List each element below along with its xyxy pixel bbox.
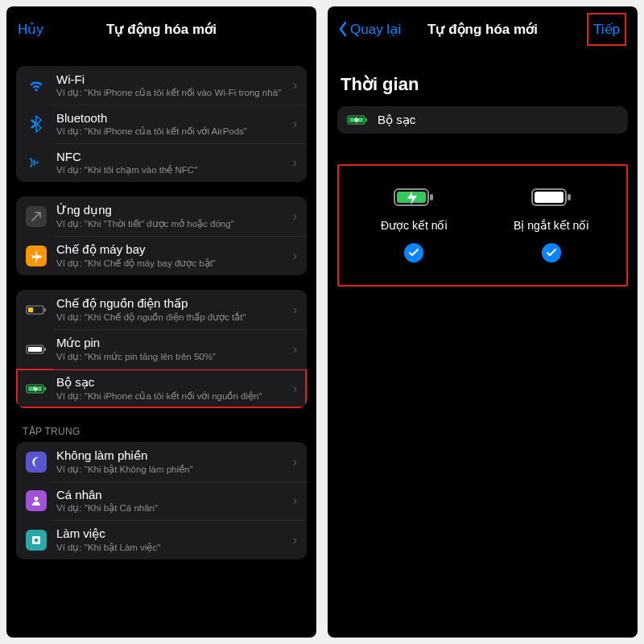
row-text: NFC Ví dụ: "Khi tôi chạm vào thẻ NFC" xyxy=(56,150,283,175)
svg-rect-1 xyxy=(44,308,46,312)
back-button[interactable]: Quay lại xyxy=(339,21,401,38)
row-text: Chế độ máy bay Ví dụ: "Khi Chế độ máy ba… xyxy=(56,242,283,269)
row-sub: Ví dụ: "Khi Chế độ máy bay được bật" xyxy=(56,258,283,269)
row-title: Chế độ máy bay xyxy=(56,242,283,257)
app-icon xyxy=(26,206,47,227)
chevron-left-icon xyxy=(339,22,347,36)
lowpower-icon xyxy=(26,304,47,316)
charger-icon xyxy=(347,114,368,126)
svg-rect-20 xyxy=(535,192,564,203)
row-sub: Ví dụ: "Khi bật Không làm phiền" xyxy=(56,464,283,475)
trigger-row: Bộ sạc xyxy=(337,106,628,134)
phone-left: Hủy Tự động hóa mới Wi-Fi Ví dụ: "Khi iP… xyxy=(6,6,316,638)
row-text: Bộ sạc xyxy=(378,113,618,127)
row-wifi[interactable]: Wi-Fi Ví dụ: "Khi iPhone của tôi kết nối… xyxy=(16,66,307,105)
option-panel: Được kết nối Bị ngắt kết nối xyxy=(337,164,628,287)
row-title: Chế độ nguồn điện thấp xyxy=(56,296,283,311)
row-title: NFC xyxy=(56,150,283,163)
check-icon xyxy=(542,243,561,262)
chevron-right-icon: › xyxy=(293,117,297,131)
work-icon xyxy=(26,530,47,551)
row-sub: Ví dụ: "Khi bật Cá nhân" xyxy=(56,502,283,514)
row-airplane[interactable]: Chế độ máy bay Ví dụ: "Khi Chế độ máy ba… xyxy=(16,236,307,275)
nav-bar: Hủy Tự động hóa mới xyxy=(6,6,316,52)
row-sub: Ví dụ: "Khi "Thời tiết" được mở hoặc đón… xyxy=(56,218,283,229)
charger-icon xyxy=(26,383,47,394)
nfc-icon xyxy=(26,154,47,171)
row-text: Bluetooth Ví dụ: "Khi iPhone của tôi kết… xyxy=(56,111,283,137)
row-sub: Ví dụ: "Khi tôi chạm vào thẻ NFC" xyxy=(56,164,283,175)
content-right: Thời gian Bộ sạc Được kết nối xyxy=(328,52,638,638)
option-label: Bị ngắt kết nối xyxy=(514,219,588,232)
svg-rect-4 xyxy=(44,348,46,351)
svg-rect-19 xyxy=(568,194,571,200)
row-nfc[interactable]: NFC Ví dụ: "Khi tôi chạm vào thẻ NFC" › xyxy=(16,143,307,182)
chevron-right-icon: › xyxy=(293,303,297,317)
svg-rect-5 xyxy=(28,347,42,352)
row-trigger[interactable]: Bộ sạc xyxy=(337,106,628,134)
airplane-icon xyxy=(26,246,47,266)
chevron-right-icon: › xyxy=(293,155,297,170)
row-text: Ứng dụng Ví dụ: "Khi "Thời tiết" được mở… xyxy=(56,203,283,229)
svg-rect-2 xyxy=(28,308,33,312)
row-sub: Ví dụ: "Khi iPhone của tôi kết nối với A… xyxy=(56,126,283,137)
row-battery[interactable]: Mức pin Ví dụ: "Khi mức pin tăng lên trê… xyxy=(16,329,307,369)
cancel-button[interactable]: Hủy xyxy=(18,21,43,38)
row-title: Bộ sạc xyxy=(378,113,618,127)
row-title: Bluetooth xyxy=(56,111,283,125)
phone-right: Quay lại Tự động hóa mới Tiếp Thời gian … xyxy=(328,6,638,638)
option-disconnected[interactable]: Bị ngắt kết nối xyxy=(483,187,621,262)
row-sub: Ví dụ: "Khi iPhone của tôi kết nối với n… xyxy=(56,390,283,402)
chevron-right-icon: › xyxy=(293,78,297,93)
row-title: Mức pin xyxy=(56,336,283,350)
check-icon xyxy=(404,243,423,262)
wifi-icon xyxy=(26,77,47,93)
row-sub: Ví dụ: "Khi bật Làm việc" xyxy=(56,542,283,553)
focus-section-header: TẬP TRUNG xyxy=(16,408,307,442)
chevron-right-icon: › xyxy=(293,382,297,396)
row-text: Cá nhân Ví dụ: "Khi bật Cá nhân" xyxy=(56,488,283,514)
chevron-right-icon: › xyxy=(293,342,297,357)
row-text: Mức pin Ví dụ: "Khi mức pin tăng lên trê… xyxy=(56,336,283,362)
battery-charging-icon xyxy=(393,187,435,208)
row-title: Bộ sạc xyxy=(56,375,283,390)
row-app[interactable]: Ứng dụng Ví dụ: "Khi "Thời tiết" được mở… xyxy=(16,196,307,236)
svg-point-11 xyxy=(35,538,39,542)
chevron-right-icon: › xyxy=(293,249,297,263)
row-dnd[interactable]: Không làm phiền Ví dụ: "Khi bật Không là… xyxy=(16,442,307,481)
person-icon xyxy=(26,490,47,511)
svg-rect-16 xyxy=(430,194,433,200)
row-title: Không làm phiền xyxy=(56,448,283,463)
row-text: Wi-Fi Ví dụ: "Khi iPhone của tôi kết nối… xyxy=(56,72,283,98)
row-title: Wi-Fi xyxy=(56,72,283,86)
bluetooth-icon xyxy=(26,115,47,133)
row-sub: Ví dụ: "Khi mức pin tăng lên trên 50%" xyxy=(56,351,283,362)
row-lowpower[interactable]: Chế độ nguồn điện thấp Ví dụ: "Khi Chế đ… xyxy=(16,290,307,329)
group-apps: Ứng dụng Ví dụ: "Khi "Thời tiết" được mở… xyxy=(16,196,307,275)
row-personal[interactable]: Cá nhân Ví dụ: "Khi bật Cá nhân" › xyxy=(16,481,307,520)
option-connected[interactable]: Được kết nối xyxy=(345,187,483,262)
content-left: Wi-Fi Ví dụ: "Khi iPhone của tôi kết nối… xyxy=(6,52,316,638)
row-title: Ứng dụng xyxy=(56,203,283,217)
row-text: Không làm phiền Ví dụ: "Khi bật Không là… xyxy=(56,448,283,475)
group-connectivity: Wi-Fi Ví dụ: "Khi iPhone của tôi kết nối… xyxy=(16,66,307,182)
row-sub: Ví dụ: "Khi iPhone của tôi kết nối vào W… xyxy=(56,87,283,98)
chevron-right-icon: › xyxy=(293,533,297,547)
option-label: Được kết nối xyxy=(381,219,448,232)
group-focus: Không làm phiền Ví dụ: "Khi bật Không là… xyxy=(16,442,307,559)
row-charger[interactable]: Bộ sạc Ví dụ: "Khi iPhone của tôi kết nố… xyxy=(16,369,307,408)
row-title: Cá nhân xyxy=(56,488,283,502)
page-title: Tự động hóa mới xyxy=(6,21,316,38)
row-bluetooth[interactable]: Bluetooth Ví dụ: "Khi iPhone của tôi kết… xyxy=(16,105,307,143)
row-text: Chế độ nguồn điện thấp Ví dụ: "Khi Chế đ… xyxy=(56,296,283,323)
svg-rect-7 xyxy=(44,387,46,390)
row-sub: Ví dụ: "Khi Chế độ nguồn điện thấp được … xyxy=(56,312,283,323)
row-text: Bộ sạc Ví dụ: "Khi iPhone của tôi kết nố… xyxy=(56,375,283,402)
battery-full-icon xyxy=(530,187,572,208)
row-work[interactable]: Làm việc Ví dụ: "Khi bật Làm việc" › xyxy=(16,520,307,559)
battery-icon xyxy=(26,344,47,355)
section-heading: Thời gian xyxy=(341,74,625,95)
nav-bar: Quay lại Tự động hóa mới Tiếp xyxy=(328,6,638,52)
chevron-right-icon: › xyxy=(293,493,297,508)
next-button[interactable]: Tiếp xyxy=(587,13,626,46)
